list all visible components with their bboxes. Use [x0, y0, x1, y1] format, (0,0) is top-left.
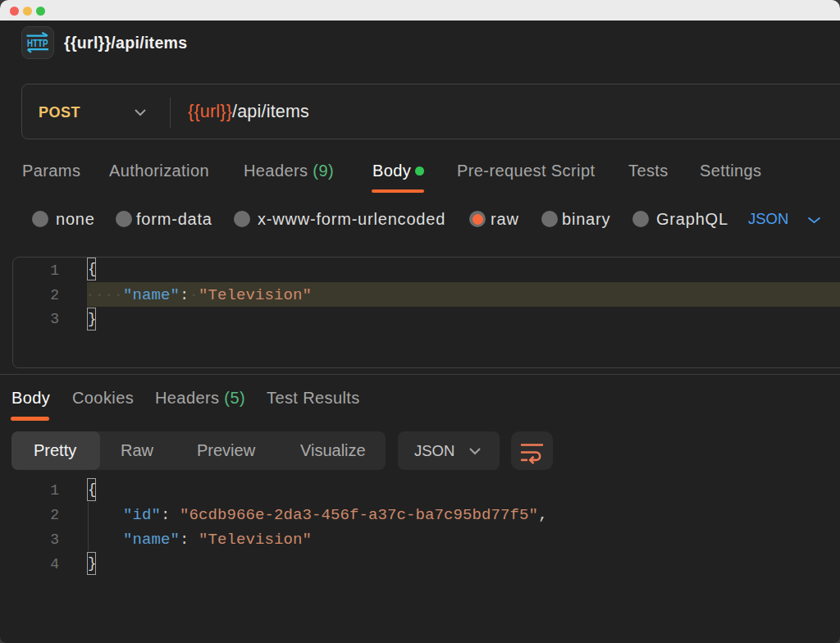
svg-text:HTTP: HTTP	[27, 37, 48, 49]
